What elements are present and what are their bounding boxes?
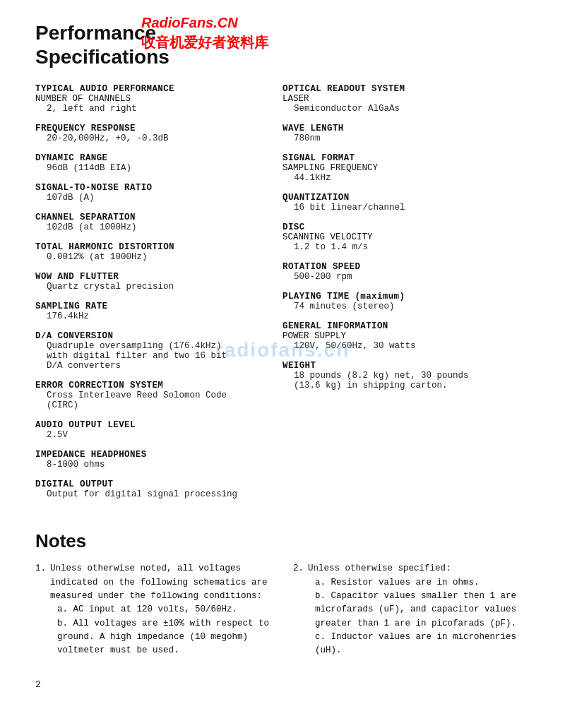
note-number: 1. [35,562,46,658]
spec-block: GENERAL INFORMATIONPOWER SUPPLY120V, 50/… [282,321,516,351]
spec-sublabel: SAMPLING FREQUENCY [282,163,516,173]
specs-section: TYPICAL AUDIO PERFORMANCENUMBER OF CHANN… [35,84,530,509]
note-item: 2.Unless otherwise specified:a. Resistor… [293,562,530,658]
spec-label: TOTAL HARMONIC DISTORTION [35,242,268,252]
spec-label: AUDIO OUTPUT LEVEL [35,420,268,430]
spec-block: DISCSCANNING VELOCITY1.2 to 1.4 m/s [282,222,516,252]
note-text: Unless otherwise specified: [308,562,530,575]
notes-container: 1.Unless otherwise noted, all voltages i… [35,562,530,658]
notes-col: 1.Unless otherwise noted, all voltages i… [35,562,272,658]
spec-value: 102dB (at 1000Hz) [35,222,268,232]
specs-left-col: TYPICAL AUDIO PERFORMANCENUMBER OF CHANN… [35,84,282,509]
spec-value: with digital filter and two 16 bit [35,351,268,361]
spec-value: Quartz crystal precision [35,282,268,292]
spec-value: 120V, 50/60Hz, 30 watts [282,341,516,351]
spec-label: SIGNAL-TO-NOISE RATIO [35,183,268,193]
spec-value: 44.1kHz [282,173,516,183]
spec-label: SAMPLING RATE [35,302,268,311]
spec-value: 0.0012% (at 1000Hz) [35,252,268,262]
note-text: Unless otherwise noted, all voltages ind… [50,562,272,603]
spec-value: 2, left and right [35,104,268,114]
spec-block: TOTAL HARMONIC DISTORTION0.0012% (at 100… [35,242,268,262]
watermark-line2: 收音机爱好者资料库 [141,32,268,52]
watermark-top: RadioFans.CN 收音机爱好者资料库 [141,13,268,52]
watermark-line1: RadioFans.CN [141,13,268,32]
notes-section: Notes 1.Unless otherwise noted, all volt… [35,530,530,658]
spec-value: 780nm [282,133,516,143]
spec-label: PLAYING TIME (maximum) [282,292,516,302]
spec-block: CHANNEL SEPARATION102dB (at 1000Hz) [35,213,268,232]
spec-value: 8-1000 ohms [35,460,268,470]
spec-value: 74 minutes (stereo) [282,302,516,311]
note-subitem: b. Capacitor values smaller then 1 are m… [315,590,530,631]
spec-value: Output for digital signal processing [35,489,268,499]
spec-block: ERROR CORRECTION SYSTEMCross Interleave … [35,381,268,410]
spec-block: QUANTIZATION16 bit linear/channel [282,193,516,213]
spec-label: DIGITAL OUTPUT [35,479,268,489]
spec-label: IMPEDANCE HEADPHONES [35,450,268,460]
spec-value: D/A converters [35,361,268,371]
spec-label: WAVE LENGTH [282,124,516,133]
spec-label: ROTATION SPEED [282,262,516,272]
spec-label: ERROR CORRECTION SYSTEM [35,381,268,390]
spec-label: QUANTIZATION [282,193,516,203]
spec-value: 2.5V [35,430,268,440]
spec-block: IMPEDANCE HEADPHONES8-1000 ohms [35,450,268,470]
spec-block: TYPICAL AUDIO PERFORMANCENUMBER OF CHANN… [35,84,268,114]
page-title: Performance Specifications [35,21,530,68]
spec-block: WAVE LENGTH780nm [282,124,516,143]
note-item: 1.Unless otherwise noted, all voltages i… [35,562,272,658]
spec-value: 16 bit linear/channel [282,203,516,213]
spec-value: (CIRC) [35,400,268,410]
spec-value: 500-200 rpm [282,272,516,282]
spec-block: DYNAMIC RANGE96dB (114dB EIA) [35,153,268,173]
spec-value: 176.4kHz [35,311,268,321]
spec-label: SIGNAL FORMAT [282,153,516,163]
spec-label: TYPICAL AUDIO PERFORMANCE [35,84,268,94]
spec-block: ROTATION SPEED500-200 rpm [282,262,516,282]
page-number: 2 [35,679,530,690]
spec-block: SIGNAL FORMATSAMPLING FREQUENCY44.1kHz [282,153,516,183]
notes-col: 2.Unless otherwise specified:a. Resistor… [293,562,530,658]
spec-sublabel: NUMBER OF CHANNELS [35,94,268,104]
spec-value: Semiconductor AlGaAs [282,104,516,114]
spec-value: 107dB (A) [35,193,268,203]
spec-block: WEIGHT18 pounds (8.2 kg) net, 30 pounds(… [282,361,516,390]
spec-value: 20-20,000Hz, +0, -0.3dB [35,133,268,143]
spec-block: DIGITAL OUTPUTOutput for digital signal … [35,479,268,499]
note-subitem: b. All voltages are ±10% with respect to… [57,617,272,658]
spec-label: WOW AND FLUTTER [35,272,268,282]
spec-value: Cross Interleave Reed Solomon Code [35,390,268,400]
spec-block: SAMPLING RATE176.4kHz [35,302,268,321]
spec-block: WOW AND FLUTTERQuartz crystal precision [35,272,268,292]
spec-block: AUDIO OUTPUT LEVEL2.5V [35,420,268,440]
spec-label: WEIGHT [282,361,516,371]
spec-label: OPTICAL READOUT SYSTEM [282,84,516,94]
spec-sublabel: LASER [282,94,516,104]
note-subitem: c. Inductor values are in microhenries (… [315,631,530,658]
note-subitem: a. Resistor values are in ohms. [315,576,530,590]
spec-value: 96dB (114dB EIA) [35,163,268,173]
spec-label: GENERAL INFORMATION [282,321,516,331]
spec-value: 1.2 to 1.4 m/s [282,242,516,252]
spec-label: CHANNEL SEPARATION [35,213,268,222]
spec-value: (13.6 kg) in shipping carton. [282,381,516,390]
spec-label: DISC [282,222,516,232]
notes-title: Notes [35,530,530,552]
spec-label: FREQUENCY RESPONSE [35,124,268,133]
spec-block: PLAYING TIME (maximum)74 minutes (stereo… [282,292,516,311]
spec-label: D/A CONVERSION [35,331,268,341]
spec-value: Quadruple oversampling (176.4kHz) [35,341,268,351]
note-number: 2. [293,562,304,658]
spec-value: 18 pounds (8.2 kg) net, 30 pounds [282,371,516,381]
spec-block: D/A CONVERSIONQuadruple oversampling (17… [35,331,268,371]
specs-right-col: OPTICAL READOUT SYSTEMLASERSemiconductor… [282,84,530,509]
note-subitem: a. AC input at 120 volts, 50/60Hz. [57,603,272,616]
spec-block: OPTICAL READOUT SYSTEMLASERSemiconductor… [282,84,516,114]
spec-block: FREQUENCY RESPONSE20-20,000Hz, +0, -0.3d… [35,124,268,143]
spec-block: SIGNAL-TO-NOISE RATIO107dB (A) [35,183,268,203]
spec-sublabel: POWER SUPPLY [282,331,516,341]
spec-sublabel: SCANNING VELOCITY [282,232,516,242]
note-content: Unless otherwise noted, all voltages ind… [50,562,272,658]
note-content: Unless otherwise specified:a. Resistor v… [308,562,530,658]
